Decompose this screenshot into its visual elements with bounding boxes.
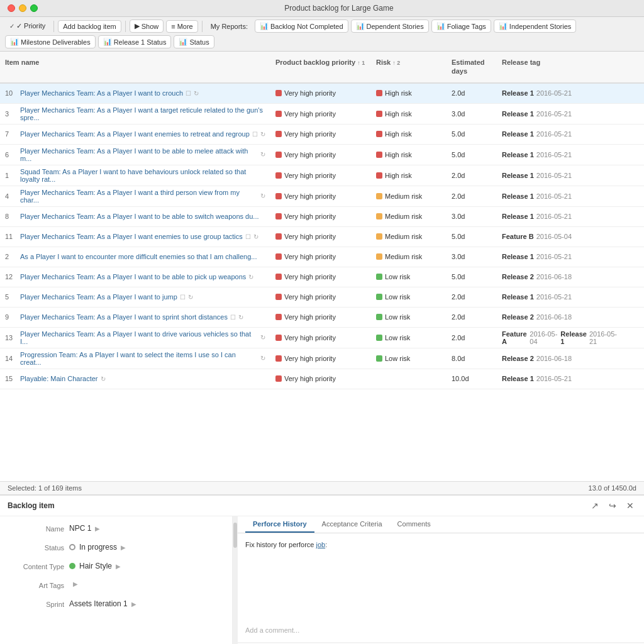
table-row[interactable]: 14Progression Team: As a Player I want t… — [0, 348, 644, 369]
minimize-button[interactable] — [19, 4, 26, 12]
row-item-name[interactable]: Player Mechanics Team: As a Player I wan… — [20, 106, 265, 121]
priority-toggle[interactable]: ✓ ✓ Priority — [5, 20, 50, 32]
table-row[interactable]: 1Squad Team: As a Player I want to have … — [0, 165, 644, 186]
risk-dot — [376, 253, 382, 260]
row-release-cell: Release 2 2016-06-18 — [497, 270, 623, 283]
field-value[interactable]: Assets Iteration 1▶ — [69, 599, 136, 608]
row-refresh-icon[interactable]: ↻ — [260, 131, 265, 138]
row-priority-cell: Very high priority — [270, 87, 371, 99]
risk-dot — [376, 294, 382, 300]
table-row[interactable]: 5Player Mechanics Team: As a Player I wa… — [0, 287, 644, 308]
row-item-name[interactable]: Player Mechanics Team: As a Player I wan… — [20, 130, 250, 138]
add-backlog-button[interactable]: Add backlog item — [58, 20, 121, 33]
field-value[interactable]: NPC 1▶ — [69, 524, 100, 533]
report-backlog-not-completed[interactable]: 📊 Backlog Not Completed — [255, 19, 348, 33]
row-refresh-icon[interactable]: ↻ — [260, 334, 265, 341]
row-checkbox-icon[interactable]: ☐ — [230, 314, 236, 321]
table-row[interactable]: 4Player Mechanics Team: As a Player I wa… — [0, 186, 644, 207]
row-refresh-icon[interactable]: ↻ — [194, 90, 199, 97]
field-value[interactable]: In progress▶ — [69, 543, 126, 552]
table-row[interactable]: 10Player Mechanics Team: As a Player I w… — [0, 84, 644, 104]
maximize-button[interactable] — [30, 4, 38, 12]
row-item-name[interactable]: Player Mechanics Team: As a Player I wan… — [20, 147, 258, 162]
row-refresh-icon[interactable]: ↻ — [248, 274, 253, 280]
row-checkbox-icon[interactable]: ☐ — [180, 294, 186, 301]
field-value[interactable]: ▶ — [69, 580, 78, 587]
report-status[interactable]: 📊 Status — [174, 35, 214, 48]
external-link-icon[interactable]: ↪ — [606, 499, 619, 512]
row-refresh-icon[interactable]: ↻ — [101, 375, 106, 382]
field-expand-arrow[interactable]: ▶ — [95, 525, 100, 532]
tab-comments[interactable]: Comments — [390, 516, 438, 533]
field-expand-arrow[interactable]: ▶ — [121, 544, 126, 551]
table-row[interactable]: 3Player Mechanics Team: As a Player I wa… — [0, 104, 644, 125]
priority-dot — [275, 274, 282, 280]
row-refresh-icon[interactable]: ↻ — [188, 294, 193, 301]
close-panel-icon[interactable]: ✕ — [624, 499, 636, 512]
row-item-name[interactable]: Player Mechanics Team: As a Player I wan… — [20, 273, 246, 280]
field-value[interactable]: Hair Style▶ — [69, 562, 121, 570]
row-release-cell: Release 1 2016-05-21 — [497, 169, 623, 182]
table-row[interactable]: 13Player Mechanics Team: As a Player I w… — [0, 328, 644, 348]
perforce-link[interactable]: job — [316, 541, 325, 548]
col-header-release[interactable]: Release tag — [497, 55, 623, 79]
table-row[interactable]: 9Player Mechanics Team: As a Player I wa… — [0, 308, 644, 328]
row-refresh-icon[interactable]: ↻ — [253, 233, 258, 240]
priority-dot — [275, 152, 282, 158]
tab-acceptance-criteria[interactable]: Acceptance Criteria — [314, 516, 390, 533]
row-item-name[interactable]: Playable: Main Character — [20, 375, 98, 382]
row-checkbox-icon[interactable]: ☐ — [186, 90, 191, 97]
table-row[interactable]: 6Player Mechanics Team: As a Player I wa… — [0, 145, 644, 165]
days-value: 5.0d — [452, 233, 465, 240]
close-button[interactable] — [8, 4, 15, 12]
priority-dot — [275, 213, 282, 219]
row-item-name[interactable]: Player Mechanics Team: As a Player I wan… — [20, 89, 183, 97]
row-item-name[interactable]: As a Player I want to encounter more dif… — [20, 253, 257, 260]
table-row[interactable]: 2As a Player I want to encounter more di… — [0, 247, 644, 267]
row-item-name[interactable]: Player Mechanics Team: As a Player I wan… — [20, 189, 258, 204]
table-row[interactable]: 11Player Mechanics Team: As a Player I w… — [0, 227, 644, 247]
col-header-risk[interactable]: Risk ↑ 2 — [371, 55, 447, 79]
report-foliage-tags[interactable]: 📊 Foliage Tags — [431, 19, 491, 33]
chart-icon-7: 📊 — [179, 38, 187, 46]
row-refresh-icon[interactable]: ↻ — [260, 192, 265, 199]
row-refresh-icon[interactable]: ↻ — [260, 355, 265, 362]
tab-perforce-history[interactable]: Perforce History — [245, 516, 314, 533]
add-comment-placeholder[interactable]: Add a comment... — [245, 626, 299, 634]
report-dependent-stories[interactable]: 📊 Dependent Stories — [351, 19, 429, 33]
table-row[interactable]: 7Player Mechanics Team: As a Player I wa… — [0, 125, 644, 145]
row-item-name[interactable]: Player Mechanics Team: As a Player I wan… — [20, 213, 259, 220]
row-name-cell: 14Progression Team: As a Player I want t… — [0, 348, 270, 369]
table-row[interactable]: 8Player Mechanics Team: As a Player I wa… — [0, 207, 644, 227]
row-item-name[interactable]: Player Mechanics Team: As a Player I wan… — [20, 330, 258, 345]
show-button[interactable]: ▶ Show — [130, 19, 164, 33]
row-name-cell: 3Player Mechanics Team: As a Player I wa… — [0, 104, 270, 124]
report-release1-status[interactable]: 📊 Release 1 Status — [98, 35, 172, 48]
table-row[interactable]: 15Playable: Main Character↻Very high pri… — [0, 369, 644, 389]
show-icon: ▶ — [135, 22, 140, 30]
field-expand-arrow[interactable]: ▶ — [73, 580, 78, 587]
panel-scrollbar[interactable] — [233, 516, 238, 644]
row-item-name[interactable]: Player Mechanics Team: As a Player I wan… — [20, 233, 243, 240]
row-checkbox-icon[interactable]: ☐ — [245, 233, 251, 240]
row-priority-cell: Very high priority — [270, 331, 371, 344]
row-refresh-icon[interactable]: ↻ — [238, 314, 243, 321]
report-milestone-deliverables[interactable]: 📊 Milestone Deliverables — [5, 35, 96, 48]
chart-icon-3: 📊 — [436, 22, 445, 30]
row-item-name[interactable]: Player Mechanics Team: As a Player I wan… — [20, 293, 177, 301]
report-independent-stories[interactable]: 📊 Independent Stories — [494, 19, 576, 33]
more-button[interactable]: ≡ More — [166, 20, 197, 33]
col-header-days[interactable]: Estimated days — [447, 55, 497, 79]
release-name: Release 2 — [502, 313, 534, 321]
row-refresh-icon[interactable]: ↻ — [260, 151, 265, 158]
row-checkbox-icon[interactable]: ☐ — [252, 131, 258, 138]
table-row[interactable]: 12Player Mechanics Team: As a Player I w… — [0, 267, 644, 287]
field-expand-arrow[interactable]: ▶ — [116, 563, 121, 570]
row-item-name[interactable]: Player Mechanics Team: As a Player I wan… — [20, 313, 228, 321]
col-header-priority[interactable]: Product backlog priority ↑ 1 — [270, 55, 371, 79]
separator-3 — [202, 21, 203, 32]
row-item-name[interactable]: Squad Team: As a Player I want to have b… — [20, 168, 265, 183]
expand-icon[interactable]: ↗ — [589, 499, 601, 512]
field-expand-arrow[interactable]: ▶ — [131, 601, 136, 608]
row-item-name[interactable]: Progression Team: As a Player I want to … — [20, 351, 258, 366]
